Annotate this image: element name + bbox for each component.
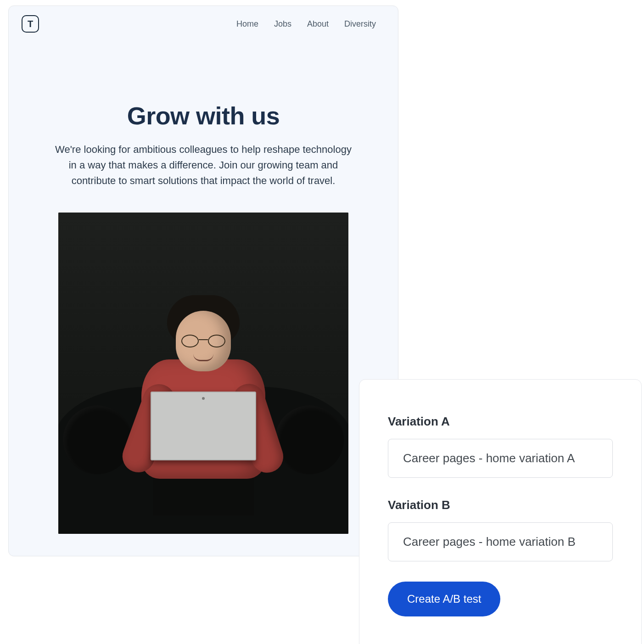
preview-hero: Grow with us We're looking for ambitious… [9,42,398,534]
create-ab-test-button[interactable]: Create A/B test [388,582,500,616]
nav-jobs[interactable]: Jobs [274,19,291,29]
hero-image [58,213,348,534]
page-preview-card: T Home Jobs About Diversity Grow with us… [8,6,398,556]
hero-subtitle: We're looking for ambitious colleagues t… [50,142,357,189]
ab-test-panel: Variation A Career pages - home variatio… [359,379,642,644]
preview-header: T Home Jobs About Diversity [9,6,398,42]
variation-a-value: Career pages - home variation A [403,451,575,465]
preview-nav: Home Jobs About Diversity [236,19,376,29]
variation-a-select[interactable]: Career pages - home variation A [388,439,613,478]
variation-a-label: Variation A [388,414,613,429]
nav-about[interactable]: About [307,19,329,29]
nav-home[interactable]: Home [236,19,258,29]
site-logo-letter: T [28,19,33,28]
variation-b-value: Career pages - home variation B [403,535,576,549]
variation-b-select[interactable]: Career pages - home variation B [388,522,613,561]
create-ab-test-button-label: Create A/B test [407,593,481,605]
variation-b-label: Variation B [388,498,613,512]
hero-title: Grow with us [50,101,357,130]
site-logo[interactable]: T [22,15,39,33]
nav-diversity[interactable]: Diversity [344,19,376,29]
